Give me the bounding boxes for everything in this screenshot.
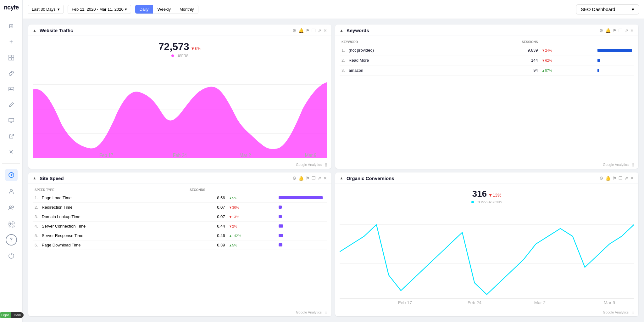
gear-icon[interactable]: ⚙ (599, 176, 603, 181)
copy-icon[interactable]: ❐ (619, 176, 623, 181)
traffic-value: 72,573 (158, 41, 189, 52)
svg-rect-1 (12, 55, 14, 57)
copy-icon[interactable]: ❐ (312, 176, 316, 181)
speed-bar-cell (277, 193, 327, 202)
close-widget-icon[interactable]: ✕ (323, 28, 327, 33)
svg-point-12 (10, 223, 12, 225)
speed-value: 0.44 (188, 221, 227, 231)
light-theme-btn[interactable]: Light (0, 312, 11, 318)
svg-text:Mar 9: Mar 9 (305, 152, 317, 158)
conversions-label: CONVERSIONS (340, 199, 634, 205)
edit-icon[interactable] (5, 99, 18, 111)
copy-icon[interactable]: ❐ (619, 28, 623, 33)
copy-icon[interactable]: ❐ (312, 28, 316, 33)
speed-bar-cell (277, 212, 327, 221)
flag-icon[interactable]: ⚑ (613, 176, 617, 181)
close-widget-icon[interactable]: ✕ (630, 28, 634, 33)
site-speed-widget: ▲ Site Speed ⚙ 🔔 ⚑ ❐ ⇗ ✕ SPEED TYPE SE (28, 172, 331, 317)
add-icon[interactable]: + (5, 36, 18, 48)
monitor-icon[interactable] (5, 114, 18, 127)
date-range-selector[interactable]: Last 30 Days ▾ (28, 5, 64, 14)
svg-point-10 (9, 206, 11, 208)
close-widget-icon[interactable]: ✕ (323, 176, 327, 181)
expand-icon[interactable]: ⇗ (318, 176, 321, 181)
bell-icon[interactable]: 🔔 (605, 28, 611, 33)
flag-icon[interactable]: ⚑ (613, 28, 617, 33)
resize-icon[interactable]: ⣿ (631, 310, 634, 314)
speed-change: ▼13% (227, 212, 277, 221)
daily-period-btn[interactable]: Daily (135, 5, 153, 14)
conversions-change: ▼13% (488, 193, 502, 198)
collapse-keywords-icon[interactable]: ▲ (340, 28, 343, 33)
kw-name: (not provided) (347, 45, 461, 55)
conversions-widget: ▲ Organic Conversions ⚙ 🔔 ⚑ ❐ ⇗ ✕ 316 ▼1… (335, 172, 638, 317)
keyword-row: 3. amazon 94 ▲57% (340, 65, 634, 76)
close-widget-icon[interactable]: ✕ (630, 176, 634, 181)
date-display[interactable]: Feb 11, 2020 - Mar 11, 2020 ▾ (68, 5, 131, 14)
keywords-table: KEYWORD SESSIONS 1. (not provided) 9,839… (340, 39, 634, 76)
speed-bar-cell (277, 202, 327, 212)
gear-icon[interactable]: ⚙ (292, 176, 297, 181)
resize-icon[interactable]: ⣿ (325, 163, 327, 167)
flag-icon[interactable]: ⚑ (306, 176, 310, 181)
speed-row: 6. Page Download Time 0.39 ▲5% (33, 240, 327, 250)
theme-toggle[interactable]: Light Dark (0, 312, 24, 318)
svg-rect-2 (9, 58, 11, 60)
collapse-traffic-icon[interactable]: ▲ (33, 28, 36, 33)
traffic-widget-header: ▲ Website Traffic ⚙ 🔔 ⚑ ❐ ⇗ ✕ (28, 25, 331, 36)
expand-icon[interactable]: ⇗ (625, 176, 628, 181)
svg-rect-6 (9, 118, 14, 122)
speed-change: ▼2% (227, 221, 277, 231)
bell-icon[interactable]: 🔔 (298, 28, 304, 33)
layout-icon[interactable] (5, 51, 18, 64)
help-icon[interactable]: ? (6, 234, 17, 246)
dashboard-selector[interactable]: SEO Dashboard ▾ (576, 4, 639, 14)
collapse-conversions-icon[interactable]: ▲ (340, 176, 343, 180)
kw-change: ▼24% (540, 45, 596, 55)
conversions-value: 316 (472, 189, 487, 199)
site-speed-widget-title: Site Speed (40, 176, 291, 181)
topbar: Last 30 Days ▾ Feb 11, 2020 - Mar 11, 20… (23, 0, 644, 19)
resize-icon[interactable]: ⣿ (325, 310, 327, 314)
svg-point-8 (11, 175, 12, 176)
flag-icon[interactable]: ⚑ (306, 28, 310, 33)
share-icon[interactable] (5, 130, 18, 143)
speed-value: 0.07 (188, 202, 227, 212)
traffic-widget-footer: Google Analytics ⣿ (28, 161, 331, 169)
resize-icon[interactable]: ⣿ (631, 163, 634, 167)
person-icon[interactable] (5, 185, 18, 198)
gear-icon[interactable]: ⚙ (292, 28, 297, 33)
dashboard-grid-icon[interactable]: ⊞ (5, 20, 18, 32)
group-icon[interactable] (5, 201, 18, 214)
gear-icon[interactable]: ⚙ (599, 28, 603, 33)
image-icon[interactable] (5, 83, 18, 95)
keywords-widget-body: KEYWORD SESSIONS 1. (not provided) 9,839… (335, 36, 638, 161)
sessions-col-header: SESSIONS (461, 39, 540, 45)
kw-change: ▲57% (540, 65, 596, 76)
link-icon[interactable] (5, 67, 18, 80)
svg-text:Feb 17: Feb 17 (398, 300, 412, 305)
bell-icon[interactable]: 🔔 (605, 176, 611, 181)
svg-text:Mar 2: Mar 2 (240, 152, 251, 158)
collapse-speed-icon[interactable]: ▲ (33, 176, 36, 180)
traffic-widget-body: 72,573 ▼6% USERS (28, 36, 331, 161)
monthly-period-btn[interactable]: Monthly (175, 5, 198, 14)
nav-icons: ? (5, 167, 18, 263)
expand-icon[interactable]: ⇗ (318, 28, 321, 33)
close-icon[interactable]: ✕ (5, 146, 18, 158)
site-speed-widget-footer: Google Analytics ⣿ (28, 309, 331, 316)
dropdown-arrow-icon: ▾ (58, 7, 60, 12)
speed-row: 3. Domain Lookup Time 0.07 ▼13% (33, 212, 327, 221)
settings-icon[interactable] (5, 218, 18, 230)
content-grid: ▲ Website Traffic ⚙ 🔔 ⚑ ❐ ⇗ ✕ 72,573 ▼6% (23, 19, 644, 322)
speed-bar-cell (277, 231, 327, 240)
toolbar-icons: ⊞ + ✕ (5, 19, 18, 160)
power-icon[interactable] (5, 249, 18, 262)
expand-icon[interactable]: ⇗ (625, 28, 628, 33)
dark-theme-btn[interactable]: Dark (11, 312, 24, 318)
conversions-widget-header: ▲ Organic Conversions ⚙ 🔔 ⚑ ❐ ⇗ ✕ (335, 172, 638, 184)
bell-icon[interactable]: 🔔 (298, 176, 304, 181)
speedometer-icon[interactable] (5, 169, 18, 181)
weekly-period-btn[interactable]: Weekly (153, 5, 175, 14)
traffic-label: USERS (33, 53, 327, 58)
